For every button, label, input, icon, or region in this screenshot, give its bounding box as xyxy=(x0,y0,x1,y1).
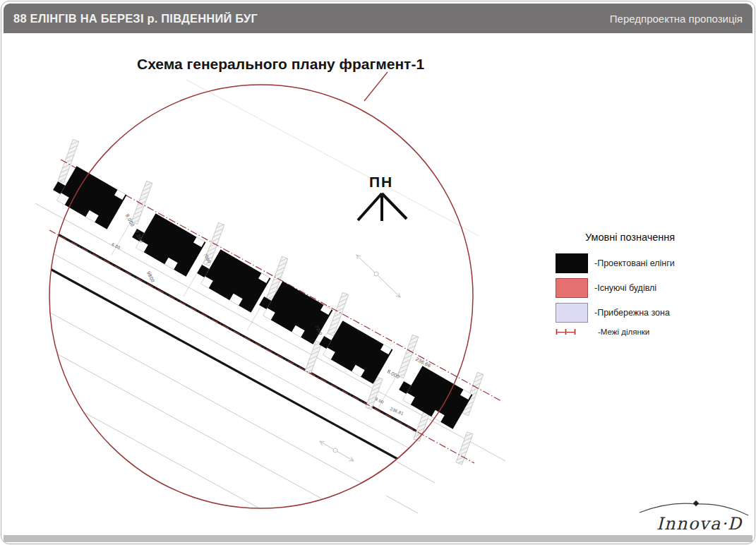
legend-item-existing: -Існуючі будівлі xyxy=(556,278,656,298)
legend-title: Умовні позначення xyxy=(585,232,675,243)
terrain-line xyxy=(186,80,479,236)
pier-strip xyxy=(456,432,473,465)
projected-buildings-swatch xyxy=(556,253,588,273)
road-edge-line xyxy=(386,496,418,513)
building-eling xyxy=(193,245,270,312)
road-edge-line xyxy=(397,462,435,483)
footer-bar xyxy=(4,535,752,542)
road-line xyxy=(30,219,496,474)
north-label: ПН xyxy=(369,174,393,190)
logo-roof-curve xyxy=(640,503,696,513)
slide-page: ПН 8.0007.2006.00980070007200236.668.000… xyxy=(1,1,755,544)
buildings-group xyxy=(49,162,472,429)
header-title: 88 ЕЛІНГІВ НА БЕРЕЗІ р. ПІВДЕННИЙ БУГ xyxy=(13,12,258,25)
legend-item-label: -Прибережна зона xyxy=(594,308,670,318)
site-boundary-symbol: I—I—I xyxy=(556,327,588,337)
pier-strip xyxy=(397,335,419,378)
logo-roof-dot xyxy=(693,501,699,506)
pier-strip xyxy=(305,341,322,373)
existing-buildings-swatch xyxy=(556,278,588,298)
building-eling xyxy=(256,277,332,344)
header-bar: 88 ЕЛІНГІВ НА БЕРЕЗІ р. ПІВДЕННИЙ БУГ Пе… xyxy=(4,4,752,33)
slope-arrow xyxy=(356,255,400,297)
legend-item-label: -Межі ділянки xyxy=(598,328,649,336)
legend-item-label: -Проектовані елінги xyxy=(594,258,675,268)
building-eling xyxy=(128,209,205,276)
leader-line xyxy=(364,72,388,101)
company-logo: Innova·D xyxy=(621,494,755,538)
legend-item-coastal: -Прибережна зона xyxy=(556,303,670,323)
legend-item-boundary: I—I—I -Межі ділянки xyxy=(556,327,649,337)
pier-strip xyxy=(131,181,152,224)
coastal-zone-swatch xyxy=(556,303,588,323)
legend-item-label: -Існуючі будівлі xyxy=(594,283,656,293)
logo-text: Innova·D xyxy=(656,514,743,534)
north-arrow: ПН xyxy=(358,174,407,221)
header-subtitle: Передпроектна пропозиція xyxy=(610,13,743,25)
legend-item-projected: -Проектовані елінги xyxy=(556,253,675,273)
dimension-line xyxy=(35,203,505,461)
detail-circle xyxy=(49,85,473,508)
north-arrow-icon xyxy=(358,193,407,221)
building-eling xyxy=(316,316,392,383)
boundary-line-top xyxy=(61,160,501,401)
slope-arrow xyxy=(320,441,354,461)
drawing-title: Схема генерального плану фрагмент-1 xyxy=(137,56,424,73)
